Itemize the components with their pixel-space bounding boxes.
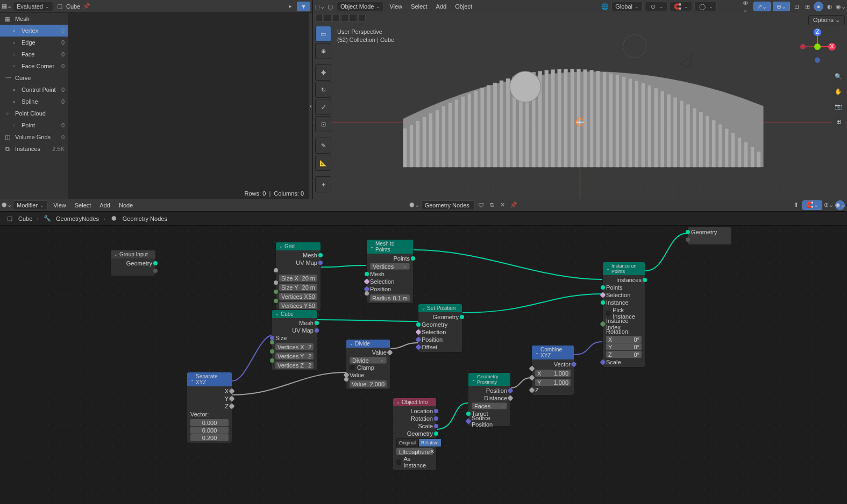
toggle-icon[interactable]: ▸ [286, 2, 295, 11]
spreadsheet-icon[interactable]: ▦⌄ [2, 2, 11, 11]
editor-type-icon[interactable]: ⬚⌄ [315, 2, 324, 11]
orientation-dropdown[interactable]: Global [611, 2, 643, 11]
orientation-icon[interactable]: 🌐 [601, 2, 609, 11]
shading-rendered[interactable]: ◉⌄ [836, 2, 845, 11]
svg-rect-18 [435, 110, 439, 167]
select-menu[interactable]: Select [72, 202, 95, 208]
object-menu[interactable]: Object [452, 3, 475, 10]
nodetree-icon[interactable]: ⬢⌄ [410, 201, 419, 210]
node-divide[interactable]: Divide Value Divide Clamp Value Value2.0… [346, 339, 390, 390]
tree-item[interactable]: ▫Face0 [0, 48, 68, 60]
options-dropdown[interactable]: Options ⌄ [808, 15, 845, 25]
parent-icon[interactable]: ⬆ [792, 201, 800, 210]
node-editor-header: ⬢⌄ Modifier View Select Add Node ⬢⌄ Geom… [0, 199, 847, 212]
move-tool[interactable]: ✥ [315, 64, 331, 81]
tree-item[interactable]: ▫Control Point0 [0, 84, 68, 96]
pin-icon[interactable]: 📌 [509, 201, 518, 210]
visibility-icon[interactable]: 👁⌄ [743, 2, 751, 11]
tree-item[interactable]: ▫Face Corner0 [0, 60, 68, 72]
tree-category[interactable]: ▦Mesh [0, 13, 68, 25]
editor-type-icon[interactable]: ⬢⌄ [2, 201, 11, 210]
shading-material[interactable]: ◐ [825, 2, 834, 11]
pivot-dropdown[interactable]: ⊙ [645, 2, 667, 11]
snap-button[interactable]: 🧲⌄ [802, 200, 822, 210]
tree-item[interactable]: ▫Point0 [0, 119, 68, 131]
transform-tool[interactable]: ⊡ [315, 116, 331, 132]
gizmo-button[interactable]: ↗⌄ [753, 2, 771, 11]
spreadsheet-header: ▦⌄ Evaluated ▢ Cube 📌 ▸ ▼ [0, 0, 312, 13]
tree-item[interactable]: ▫Edge0 [0, 37, 68, 48]
overlay-toggle[interactable]: ⊕⌄ [824, 201, 833, 210]
pan-icon[interactable]: ✋ [832, 85, 845, 98]
rotate-tool[interactable]: ↻ [315, 82, 331, 98]
cursor-tool[interactable]: ⊕ [315, 43, 331, 59]
xray-icon[interactable]: ⊡ [792, 2, 801, 11]
node-grid[interactable]: Grid Mesh UV Map Size X20 m Size Y20 m V… [275, 242, 321, 311]
svg-rect-19 [442, 106, 445, 168]
perspective-icon[interactable]: ⊞ [832, 115, 845, 128]
tree-item[interactable]: ▫Spline0 [0, 96, 68, 107]
navigation-gizmo[interactable]: Z X [799, 28, 836, 66]
add-menu[interactable]: Add [96, 202, 113, 208]
node-menu[interactable]: Node [116, 202, 136, 208]
svg-rect-26 [487, 85, 490, 167]
measure-tool[interactable]: 📐 [315, 155, 331, 171]
node-mesh-to-points[interactable]: Mesh to Points Points Vertices Mesh Sele… [366, 239, 414, 304]
preview-button[interactable]: ◉⌄ [835, 200, 845, 210]
tree-category[interactable]: ⁘Point Cloud [0, 107, 68, 119]
node-set-position[interactable]: Set Position Geometry Geometry Selection… [418, 304, 462, 352]
node-separate-xyz[interactable]: Separate XYZ X Y Z Vector: 0.000 0.000 0… [187, 372, 232, 443]
svg-rect-17 [429, 113, 432, 167]
camera-icon[interactable]: 📷 [832, 100, 845, 113]
shading-wireframe[interactable]: ⊞ [803, 2, 812, 11]
node-combine-xyz[interactable]: Combine XYZ Vector X1.000 Y1.000 Z [531, 345, 574, 395]
breadcrumb-item[interactable]: GeometryNodes [56, 215, 99, 222]
filter-icon[interactable]: ▼ [297, 2, 310, 11]
select-tool[interactable]: ▭ [315, 26, 331, 42]
fake-user-icon[interactable]: 🛡 [477, 201, 486, 210]
unlink-icon[interactable]: ✕ [499, 201, 507, 210]
shading-solid[interactable]: ● [814, 2, 823, 11]
viewport-header: ⬚⌄ ▢ Object Mode View Select Add Object … [313, 0, 847, 13]
node-cube[interactable]: Cube Mesh UV Map Size Vertices X2 Vertic… [272, 309, 317, 371]
svg-text:X: X [830, 43, 834, 49]
evaluation-mode-dropdown[interactable]: Evaluated [13, 2, 53, 11]
snap-dropdown[interactable]: 🧲 [670, 2, 692, 11]
breadcrumb-item[interactable]: Cube [18, 215, 32, 222]
tree-item[interactable]: ▫Vertex0 [0, 25, 68, 37]
zoom-icon[interactable]: 🔍 [832, 70, 845, 83]
node-group-output[interactable]: Geometry [687, 227, 732, 245]
selection-mode-buttons[interactable] [315, 14, 366, 21]
mode-icon: ▢ [326, 2, 334, 11]
breadcrumb: ▢ Cube › 🔧 GeometryNodes › ⬢ Geometry No… [0, 212, 847, 226]
node-canvas[interactable]: Group Input Geometry Grid Mesh UV Map Si… [0, 226, 847, 504]
add-tool[interactable]: ＋ [315, 176, 331, 192]
sidebar-toggle[interactable]: ‹ [309, 13, 312, 199]
svg-rect-58 [693, 108, 696, 167]
select-menu[interactable]: Select [408, 3, 431, 10]
annotate-tool[interactable]: ✎ [315, 138, 331, 154]
pin-icon[interactable]: 📌 [82, 2, 91, 11]
node-object-info[interactable]: Object Info Location Rotation Scale Geom… [393, 398, 437, 471]
view-menu[interactable]: View [50, 202, 69, 208]
add-menu[interactable]: Add [433, 3, 450, 10]
breadcrumb-item[interactable]: Geometry Nodes [123, 215, 167, 222]
spreadsheet-grid[interactable]: Rows: 0 | Columns: 0 [68, 13, 309, 199]
duplicate-icon[interactable]: ⧉ [488, 201, 496, 210]
node-instance-on-points[interactable]: Instance on Points Instances Points Sele… [602, 262, 645, 368]
tree-category[interactable]: ⧉Instances2.5K [0, 143, 68, 155]
nodetree-name[interactable]: Geometry Nodes [421, 200, 475, 210]
3d-viewport[interactable]: ⬚⌄ ▢ Object Mode View Select Add Object … [313, 0, 847, 199]
tree-category[interactable]: 〰Curve [0, 72, 68, 84]
tree-category[interactable]: ◫Volume Grids0 [0, 131, 68, 143]
node-geometry-proximity[interactable]: Geometry Proximity Position Distance Fac… [468, 372, 511, 427]
view-menu[interactable]: View [386, 3, 405, 10]
scale-tool[interactable]: ⤢ [315, 99, 331, 115]
spreadsheet-footer: Rows: 0 | Columns: 0 [245, 190, 304, 197]
interaction-mode-dropdown[interactable]: Object Mode [337, 2, 384, 11]
proportional-dropdown[interactable]: ◯ [694, 2, 717, 11]
node-mode-dropdown[interactable]: Modifier [13, 200, 48, 210]
svg-rect-65 [738, 138, 742, 167]
overlays-button[interactable]: ⊕⌄ [773, 2, 790, 11]
node-group-input[interactable]: Group Input Geometry [110, 250, 156, 276]
